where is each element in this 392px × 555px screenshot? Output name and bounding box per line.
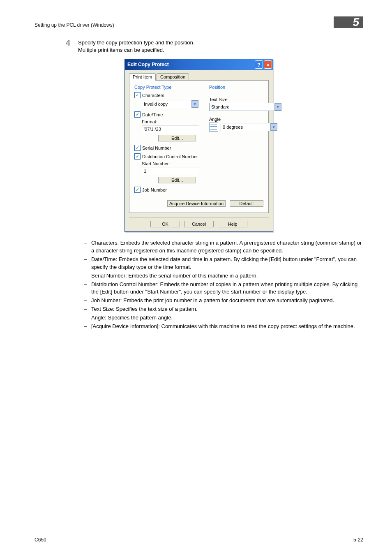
notes-list: –Characters: Embeds the selected charact…	[84, 239, 363, 330]
chevron-down-icon[interactable]: ▾	[191, 100, 198, 108]
characters-label: Characters	[142, 93, 164, 98]
checkbox-checked-icon[interactable]: ✓	[134, 187, 141, 193]
step-number: 4	[66, 38, 78, 48]
page-header: Setting up the PCL driver (Windows) 5	[35, 16, 363, 29]
format-value-field: '07/1 /23	[142, 125, 199, 133]
tab-composition[interactable]: Composition	[157, 73, 189, 81]
default-button[interactable]: Default	[230, 200, 263, 207]
start-number-label: Start Number:	[142, 161, 199, 166]
job-number-label: Job Number	[142, 187, 167, 192]
text-size-label: Text Size	[209, 97, 278, 102]
checkbox-checked-icon[interactable]: ✓	[134, 153, 141, 160]
checkbox-checked-icon[interactable]: ✓	[134, 92, 141, 98]
ok-button[interactable]: OK	[150, 221, 180, 227]
serial-number-label: Serial Number	[142, 146, 171, 150]
text-size-combo[interactable]: Standard ▾	[209, 103, 282, 111]
position-title: Position	[209, 85, 278, 90]
tab-print-item[interactable]: Print Item	[129, 73, 156, 81]
chevron-down-icon[interactable]: ▾	[274, 103, 281, 111]
step-text: Specify the copy protection type and the…	[78, 38, 194, 54]
cancel-button[interactable]: Cancel	[184, 221, 214, 227]
close-icon[interactable]: ×	[264, 60, 272, 69]
serial-number-checkbox-row[interactable]: ✓ Serial Number	[134, 145, 199, 151]
format-edit-button[interactable]: Edit...	[158, 135, 196, 141]
characters-checkbox-row[interactable]: ✓ Characters	[134, 92, 199, 98]
dialog-tabs: Print Item Composition	[129, 73, 269, 81]
distribution-control-checkbox-row[interactable]: ✓ Distribution Control Number	[134, 153, 199, 160]
start-number-value: 1	[144, 169, 146, 173]
step-block: 4 Specify the copy protection type and t…	[66, 38, 363, 54]
tab-pane: Copy Protect Type ✓ Characters Invalid c…	[129, 80, 269, 213]
start-number-input[interactable]: 1	[142, 167, 199, 175]
angle-icon	[209, 123, 218, 132]
format-value: '07/1 /23	[144, 127, 161, 132]
job-number-checkbox-row[interactable]: ✓ Job Number	[134, 187, 199, 193]
header-section-title: Setting up the PCL driver (Windows)	[35, 22, 114, 28]
note-characters: Characters: Embeds the selected characte…	[91, 239, 363, 255]
note-distribution-control: Distribution Control Number: Embeds the …	[91, 281, 363, 296]
angle-label: Angle	[209, 117, 278, 122]
note-acquire-device-info: [Acquire Device Information]: Communicat…	[91, 323, 363, 331]
note-date-time: Date/Time: Embeds the selected date and …	[91, 256, 363, 271]
step-line-1: Specify the copy protection type and the…	[78, 39, 194, 46]
footer-model: C650	[35, 537, 46, 543]
angle-combo[interactable]: 0 degrees ▾	[221, 123, 278, 131]
checkbox-checked-icon[interactable]: ✓	[134, 111, 141, 118]
date-time-label: Date/Time	[142, 112, 163, 117]
format-label: Format:	[142, 119, 199, 124]
note-job-number: Job Number: Embeds the print job number …	[91, 297, 363, 305]
distribution-control-label: Distribution Control Number	[142, 154, 198, 159]
page-footer: C650 5-22	[35, 535, 363, 543]
chapter-number-badge: 5	[334, 16, 363, 28]
footer-page-number: 5-22	[353, 537, 363, 543]
dialog-title: Edit Copy Protect	[127, 62, 169, 67]
dialog-titlebar[interactable]: Edit Copy Protect ? ×	[125, 59, 273, 70]
dialog-separator	[129, 217, 269, 217]
checkbox-checked-icon[interactable]: ✓	[134, 145, 141, 151]
characters-combo[interactable]: Invalid copy ▾	[142, 100, 199, 108]
chevron-down-icon[interactable]: ▾	[270, 123, 277, 131]
characters-combo-value: Invalid copy	[144, 102, 168, 106]
text-size-value: Standard	[211, 104, 230, 109]
help-icon[interactable]: ?	[255, 60, 263, 69]
angle-value: 0 degrees	[223, 125, 243, 130]
note-angle: Angle: Specifies the pattern angle.	[91, 314, 363, 322]
edit-copy-protect-dialog: Edit Copy Protect ? × Print Item Composi…	[125, 59, 273, 232]
note-serial-number: Serial Number: Embeds the serial number …	[91, 272, 363, 280]
step-line-2: Multiple print items can be specified.	[78, 46, 194, 54]
date-time-checkbox-row[interactable]: ✓ Date/Time	[134, 111, 199, 118]
note-text-size: Text Size: Specifies the text size of a …	[91, 305, 363, 313]
start-number-edit-button[interactable]: Edit...	[158, 177, 196, 183]
acquire-device-info-button[interactable]: Acquire Device Information	[167, 200, 226, 207]
help-button[interactable]: Help	[218, 221, 247, 227]
copy-protect-type-title: Copy Protect Type	[134, 85, 199, 90]
